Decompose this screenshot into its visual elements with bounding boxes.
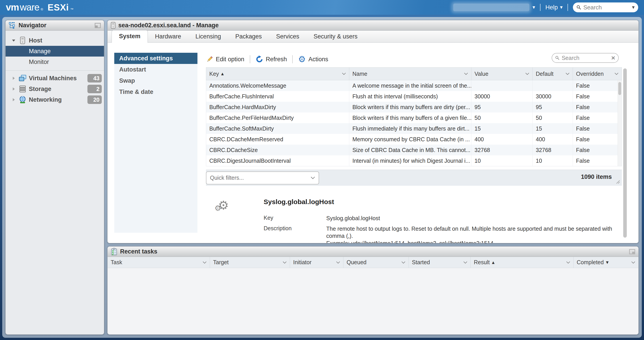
- table-row[interactable]: BufferCache.SoftMaxDirty Flush immediate…: [206, 123, 622, 134]
- column-label: Name: [352, 71, 368, 77]
- window-titlebar: sea-node02.esxi.sea.land - Manage: [108, 20, 638, 30]
- networking-count-badge: 20: [88, 96, 102, 104]
- workspace-background: Navigator Host Manage Monitor: [2, 17, 642, 338]
- tab-licensing[interactable]: Licensing: [188, 30, 228, 42]
- chevron-down-icon[interactable]: [463, 261, 467, 264]
- chevron-down-icon[interactable]: [402, 261, 406, 264]
- cell-name: Size of CBRC Data Cache in MB. This cann…: [349, 145, 471, 155]
- caret-collapsed-icon[interactable]: [10, 76, 18, 80]
- tab-security-users[interactable]: Security & users: [306, 30, 365, 42]
- chevron-down-icon[interactable]: [283, 261, 287, 264]
- cell-value: 15: [471, 123, 533, 134]
- table-row[interactable]: BufferCache.PerFileHardMaxDirty Block wr…: [206, 112, 622, 123]
- divider: [568, 4, 568, 11]
- refresh-icon: [256, 56, 263, 63]
- table-row[interactable]: CBRC.DCacheSize Size of CBRC Data Cache …: [206, 145, 622, 155]
- table-row[interactable]: CBRC.DigestJournalBootInterval Interval …: [206, 155, 622, 166]
- chevron-down-icon[interactable]: [631, 261, 635, 264]
- caret-collapsed-icon[interactable]: [10, 98, 18, 102]
- column-header-default[interactable]: Default: [533, 68, 573, 80]
- sidebar-item-manage[interactable]: Manage: [6, 46, 104, 56]
- column-label: Completed: [577, 259, 604, 266]
- chevron-down-icon[interactable]: [566, 261, 570, 264]
- cell-name: Memory consumed by CBRC Data Cache (in .…: [349, 134, 471, 145]
- resize-grip-icon[interactable]: [616, 180, 620, 184]
- subnav-autostart[interactable]: Autostart: [114, 64, 198, 75]
- column-header-value[interactable]: Value: [471, 68, 533, 80]
- actions-button[interactable]: ⚙ Actions: [298, 55, 328, 64]
- tasks-clipboard-icon: [111, 248, 118, 256]
- column-header-started[interactable]: Started: [409, 257, 471, 268]
- column-label: Task: [111, 259, 122, 266]
- clear-search-icon[interactable]: ×: [611, 54, 615, 61]
- main-panel-scrollbar[interactable]: [623, 68, 627, 238]
- column-header-result[interactable]: Result ▲: [471, 257, 574, 268]
- refresh-button[interactable]: Refresh: [256, 56, 287, 63]
- table-row[interactable]: BufferCache.HardMaxDirty Block writers i…: [206, 102, 622, 112]
- chevron-down-icon[interactable]: [566, 73, 570, 75]
- detail-key-label: Key: [264, 214, 326, 222]
- column-header-name[interactable]: Name: [349, 68, 471, 80]
- cell-default: 32768: [533, 145, 573, 155]
- chevron-down-icon[interactable]: [342, 73, 346, 75]
- tab-system[interactable]: System: [112, 30, 148, 43]
- chevron-down-icon[interactable]: [525, 73, 529, 75]
- table-row[interactable]: BufferCache.FlushInterval Flush at this …: [206, 91, 622, 102]
- user-menu[interactable]: ▼: [453, 4, 535, 11]
- quick-filters-dropdown[interactable]: Quick filters...: [206, 172, 319, 184]
- tab-services[interactable]: Services: [269, 30, 306, 42]
- cell-key: BufferCache.SoftMaxDirty: [206, 123, 349, 134]
- edit-option-button[interactable]: Edit option: [206, 56, 244, 63]
- column-header-key[interactable]: Key ▲: [206, 68, 349, 80]
- chevron-down-icon[interactable]: [202, 261, 206, 264]
- edit-option-label: Edit option: [216, 56, 244, 63]
- column-header-overridden[interactable]: Overridden: [573, 68, 622, 80]
- column-header-queued[interactable]: Queued: [344, 257, 409, 268]
- scrollbar-thumb[interactable]: [618, 82, 621, 95]
- collapse-panel-icon[interactable]: [629, 249, 635, 254]
- global-search[interactable]: ▼: [573, 2, 638, 12]
- search-icon: [576, 4, 581, 10]
- column-header-initiator[interactable]: Initiator: [290, 257, 344, 268]
- chevron-down-icon[interactable]: ▼: [632, 5, 634, 10]
- global-search-input[interactable]: [584, 4, 630, 11]
- column-header-task[interactable]: Task: [108, 257, 210, 268]
- cell-name: Interval (in minutes) for which Digest J…: [349, 155, 471, 166]
- cell-key: BufferCache.PerFileHardMaxDirty: [206, 112, 349, 123]
- divider: [292, 55, 293, 63]
- chevron-down-icon[interactable]: [336, 261, 340, 264]
- brand-ware: ware: [20, 2, 39, 13]
- table-row[interactable]: Annotations.WelcomeMessage A welcome mes…: [206, 80, 622, 91]
- tab-hardware[interactable]: Hardware: [148, 30, 188, 42]
- settings-search-input[interactable]: [562, 55, 609, 61]
- subnav-swap[interactable]: Swap: [114, 75, 198, 86]
- chevron-down-icon[interactable]: [464, 73, 468, 75]
- subnav-time-date[interactable]: Time & date: [114, 86, 198, 98]
- chevron-down-icon[interactable]: [614, 73, 618, 75]
- column-header-target[interactable]: Target: [210, 257, 290, 268]
- sidebar-item-networking[interactable]: Networking 20: [6, 94, 104, 105]
- column-header-completed[interactable]: Completed ▼: [574, 257, 638, 268]
- settings-search[interactable]: ×: [552, 53, 619, 63]
- cell-default: [533, 80, 573, 91]
- tab-packages[interactable]: Packages: [228, 30, 269, 42]
- cell-key: BufferCache.FlushInterval: [206, 91, 349, 102]
- help-menu[interactable]: Help ▼: [546, 4, 562, 11]
- table-row[interactable]: CBRC.DCacheMemReserved Memory consumed b…: [206, 134, 622, 145]
- cell-value: 95: [471, 102, 533, 112]
- subnav-advanced-settings[interactable]: Advanced settings: [114, 53, 198, 64]
- caret-expanded-icon[interactable]: [10, 39, 18, 42]
- sidebar-item-monitor[interactable]: Monitor: [6, 56, 104, 67]
- table-scrollbar[interactable]: [618, 80, 622, 166]
- cell-overridden: False: [573, 91, 622, 102]
- caret-collapsed-icon[interactable]: [10, 87, 18, 91]
- sidebar-item-storage[interactable]: Storage 2: [6, 84, 104, 94]
- collapse-panel-icon[interactable]: [94, 23, 101, 28]
- gear-icon: ⚙: [214, 204, 221, 212]
- sidebar-item-virtual-machines[interactable]: Virtual Machines 43: [6, 73, 104, 84]
- sidebar-item-host[interactable]: Host: [6, 35, 104, 46]
- cell-overridden: False: [573, 134, 622, 145]
- cell-default: 50: [533, 112, 573, 123]
- table-footer: Quick filters... 1090 items: [206, 170, 622, 186]
- host-server-icon: [111, 22, 116, 29]
